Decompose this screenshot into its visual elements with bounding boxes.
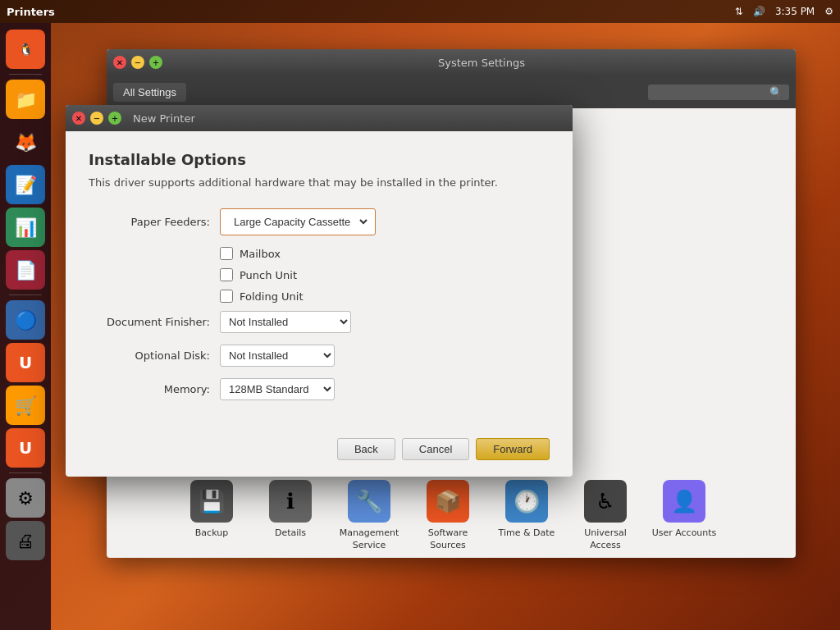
punch-unit-checkbox[interactable]: [220, 268, 233, 281]
optional-disk-select[interactable]: Not Installed: [221, 345, 334, 366]
dialog-close-button[interactable]: ✕: [72, 112, 85, 125]
time-date-item[interactable]: 🕐 Time & Date: [494, 480, 559, 551]
backup-item[interactable]: 💾 Backup: [179, 480, 244, 551]
close-button[interactable]: ✕: [113, 56, 126, 69]
launcher-ubuntu-u[interactable]: U: [6, 343, 45, 382]
universal-access-icon: ♿: [584, 480, 627, 523]
memory-label: Memory:: [89, 383, 220, 395]
dialog-titlebar: ✕ − + New Printer: [66, 105, 573, 131]
document-finisher-row: Document Finisher: Not Installed: [89, 311, 550, 333]
management-label: ManagementService: [340, 527, 399, 551]
bottom-icons-row: 💾 Backup ℹ Details 🔧 ManagementService 📦…: [166, 473, 796, 558]
dialog-maximize-button[interactable]: +: [108, 112, 121, 125]
dialog-footer: Back Cancel Forward: [66, 428, 573, 477]
software-sources-item[interactable]: 📦 SoftwareSources: [415, 480, 481, 551]
launcher-amazon[interactable]: 🛒: [6, 386, 45, 425]
time-date-label: Time & Date: [499, 527, 555, 539]
mailbox-label: Mailbox: [240, 248, 281, 260]
launcher-firefox[interactable]: 🦊: [6, 122, 45, 162]
volume-icon: 🔊: [753, 6, 765, 17]
optional-disk-control: Not Installed: [220, 345, 550, 367]
punch-unit-label: Punch Unit: [240, 269, 297, 281]
dialog-body: Installable Options This driver supports…: [66, 131, 573, 428]
details-label: Details: [275, 527, 306, 539]
launcher-separator3: [9, 472, 42, 473]
user-accounts-item[interactable]: 👤 User Accounts: [651, 480, 717, 551]
syswin-title: System Settings: [174, 57, 789, 69]
paper-feeders-select[interactable]: Large Capacity Cassette: [226, 212, 370, 232]
all-settings-button[interactable]: All Settings: [113, 83, 186, 102]
optional-disk-select-wrapper[interactable]: Not Installed: [220, 345, 335, 367]
software-sources-icon: 📦: [427, 480, 469, 523]
time-display: 3:35 PM: [775, 6, 815, 17]
user-accounts-label: User Accounts: [652, 527, 717, 539]
maximize-button[interactable]: +: [149, 56, 162, 69]
software-sources-label: SoftwareSources: [428, 527, 468, 551]
launcher-separator2: [9, 294, 42, 295]
universal-access-label: UniversalAccess: [584, 527, 626, 551]
mailbox-checkbox[interactable]: [220, 247, 233, 260]
folding-unit-label: Folding Unit: [240, 290, 304, 303]
minimize-button[interactable]: −: [131, 56, 144, 69]
forward-button[interactable]: Forward: [476, 438, 550, 460]
document-finisher-label: Document Finisher:: [89, 316, 220, 328]
document-finisher-control: Not Installed: [220, 311, 550, 333]
memory-control: 128MB Standard: [220, 378, 550, 400]
topbar-title: Printers: [7, 6, 55, 18]
launcher-ubuntu[interactable]: 🐧: [6, 30, 45, 69]
launcher-writer[interactable]: 📝: [6, 165, 45, 204]
backup-label: Backup: [195, 527, 228, 539]
memory-select-wrapper[interactable]: 128MB Standard: [220, 378, 335, 400]
management-item[interactable]: 🔧 ManagementService: [336, 480, 402, 551]
folding-unit-checkbox[interactable]: [220, 290, 233, 303]
gear-icon[interactable]: ⚙: [824, 6, 833, 17]
search-input[interactable]: [655, 86, 769, 98]
launcher-printer[interactable]: 🖨: [6, 521, 45, 560]
optional-disk-label: Optional Disk:: [89, 349, 220, 362]
document-finisher-select-wrapper[interactable]: Not Installed: [220, 311, 351, 333]
dialog-minimize-button[interactable]: −: [90, 112, 103, 125]
launcher-ubuntu-u2[interactable]: U: [6, 428, 45, 468]
syswin-toolbar: All Settings 🔍: [107, 75, 796, 108]
launcher-files[interactable]: 📁: [6, 80, 45, 119]
backup-icon: 💾: [190, 480, 233, 523]
topbar: Printers ⇅ 🔊 3:35 PM ⚙: [0, 0, 840, 23]
paper-feeders-control: Large Capacity Cassette: [220, 208, 550, 235]
dialog-heading: Installable Options: [89, 151, 550, 168]
cancel-button[interactable]: Cancel: [402, 438, 469, 460]
punch-unit-row: Punch Unit: [89, 268, 550, 281]
mailbox-row: Mailbox: [89, 247, 550, 260]
syswin-titlebar: ✕ − + System Settings: [107, 49, 796, 75]
launcher-calc[interactable]: 📊: [6, 208, 45, 247]
search-icon: 🔍: [769, 86, 783, 98]
paper-feeders-select-wrapper[interactable]: Large Capacity Cassette: [220, 208, 376, 235]
launcher-settings[interactable]: ⚙: [6, 478, 45, 518]
folding-unit-row: Folding Unit: [89, 290, 550, 303]
dialog-title: New Printer: [133, 112, 195, 125]
desktop: Printers ⇅ 🔊 3:35 PM ⚙ 🐧 📁 🦊 📝 📊 📄 🔵 U 🛒…: [0, 0, 840, 630]
details-item[interactable]: ℹ Details: [258, 480, 323, 551]
launcher-separator: [9, 74, 42, 75]
new-printer-dialog: ✕ − + New Printer Installable Options Th…: [66, 105, 573, 477]
paper-feeders-row: Paper Feeders: Large Capacity Cassette: [89, 208, 550, 235]
time-date-icon: 🕐: [505, 480, 548, 523]
memory-select[interactable]: 128MB Standard: [221, 379, 334, 399]
back-button[interactable]: Back: [337, 438, 395, 460]
launcher-evince[interactable]: 📄: [6, 250, 45, 290]
paper-feeders-label: Paper Feeders:: [89, 216, 220, 228]
launcher-bluetooth[interactable]: 🔵: [6, 300, 45, 340]
management-icon: 🔧: [348, 480, 390, 523]
details-icon: ℹ: [269, 480, 312, 523]
topbar-right: ⇅ 🔊 3:35 PM ⚙: [735, 6, 833, 17]
optional-disk-row: Optional Disk: Not Installed: [89, 345, 550, 367]
launcher: 🐧 📁 🦊 📝 📊 📄 🔵 U 🛒 U ⚙ 🖨: [0, 23, 51, 630]
search-box: 🔍: [648, 84, 789, 100]
dialog-description: This driver supports additional hardware…: [89, 176, 550, 189]
document-finisher-select[interactable]: Not Installed: [221, 312, 350, 332]
memory-row: Memory: 128MB Standard: [89, 378, 550, 400]
universal-access-item[interactable]: ♿ UniversalAccess: [573, 480, 638, 551]
sync-icon: ⇅: [735, 6, 743, 17]
user-accounts-icon: 👤: [663, 480, 705, 523]
